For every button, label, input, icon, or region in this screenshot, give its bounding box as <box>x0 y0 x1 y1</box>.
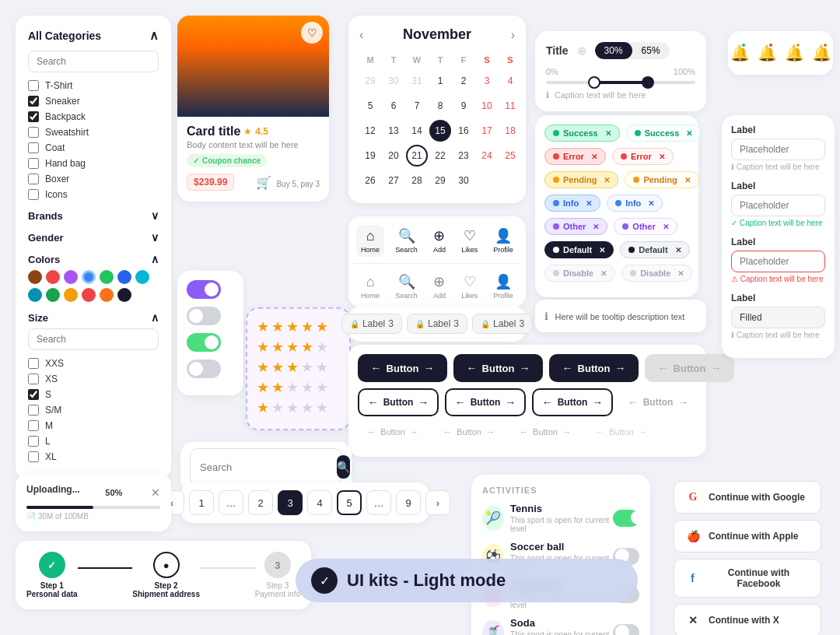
color-dot-orange[interactable] <box>100 288 114 302</box>
btn-text-3[interactable]: ←Button→ <box>510 423 580 441</box>
brands-collapse-icon[interactable]: ∨ <box>151 209 159 222</box>
size-search-input[interactable] <box>28 328 159 350</box>
nav-profile[interactable]: 👤 Profile <box>488 224 518 257</box>
checkbox-sm[interactable]: S/M <box>28 405 159 416</box>
star-3e[interactable]: ★ <box>286 399 299 416</box>
search-submit-button[interactable]: 🔍 <box>337 455 350 479</box>
btn-outline-3[interactable]: ← Button → <box>532 388 613 416</box>
color-dot-brown[interactable] <box>28 270 42 284</box>
star-1[interactable]: ★ <box>257 318 269 335</box>
star-5c[interactable]: ★ <box>316 359 328 376</box>
nav2-search[interactable]: 🔍 Search <box>390 270 422 303</box>
badge-pending-close[interactable]: ✕ <box>604 176 610 184</box>
star-2e[interactable]: ★ <box>271 399 284 416</box>
search-main-input[interactable] <box>200 461 331 473</box>
checkbox-s[interactable]: S <box>28 389 159 400</box>
btn-dark-1[interactable]: ← Button → <box>358 354 447 382</box>
star-1e[interactable]: ★ <box>257 399 269 416</box>
color-dot-purple[interactable] <box>64 270 78 284</box>
badge-default-close[interactable]: ✕ <box>599 246 605 254</box>
btn-text-2[interactable]: ←Button→ <box>434 423 504 441</box>
calendar-prev-button[interactable]: ‹ <box>359 28 363 42</box>
cal-day-20[interactable]: 20 <box>383 145 404 167</box>
cal-day-19[interactable]: 19 <box>359 145 381 167</box>
cal-day-22[interactable]: 22 <box>429 145 451 167</box>
star-2[interactable]: ★ <box>271 318 284 335</box>
star-5d[interactable]: ★ <box>316 379 328 396</box>
checkbox-boxer[interactable]: Boxer <box>28 174 159 184</box>
star-3d[interactable]: ★ <box>286 379 299 396</box>
cal-day-11[interactable]: 11 <box>499 95 521 117</box>
star-4e[interactable]: ★ <box>301 399 313 416</box>
badge-success-close-2[interactable]: ✕ <box>686 129 692 138</box>
gender-collapse-icon[interactable]: ∨ <box>151 231 159 244</box>
google-login-button[interactable]: G Continue with Google <box>674 481 821 514</box>
page-3-button[interactable]: 3 <box>278 490 303 515</box>
cal-day-26[interactable]: 26 <box>359 170 381 191</box>
page-1-button[interactable]: 1 <box>189 490 214 515</box>
cal-day-21[interactable]: 21 <box>406 145 428 167</box>
btn-text-4[interactable]: ←Button→ <box>586 423 656 441</box>
color-dot-black[interactable] <box>117 288 131 302</box>
nav2-profile[interactable]: 👤 Profile <box>488 270 518 303</box>
badge-success-close[interactable]: ✕ <box>605 129 611 138</box>
form-input-3[interactable] <box>731 251 825 272</box>
star-1c[interactable]: ★ <box>257 359 269 376</box>
star-4c[interactable]: ★ <box>301 359 313 376</box>
cal-day-30b[interactable]: 30 <box>453 170 474 191</box>
form-input-2[interactable] <box>731 195 825 216</box>
bell-2[interactable]: 🔔 <box>758 39 777 67</box>
star-4d[interactable]: ★ <box>301 379 313 396</box>
facebook-login-button[interactable]: f Continue with Facebook <box>674 559 821 598</box>
page-5-button[interactable]: 5 <box>337 490 362 515</box>
badge-pending-2[interactable]: Pending ✕ <box>625 171 698 188</box>
badge-default-2[interactable]: Default ✕ <box>620 241 689 258</box>
label-chip-1[interactable]: 🔒 Label 3 <box>341 314 402 334</box>
bell-1[interactable]: 🔔 <box>730 39 750 67</box>
color-dot-darkblue[interactable] <box>117 270 131 284</box>
toggle-switch-3[interactable] <box>187 333 221 352</box>
cal-day-6[interactable]: 6 <box>383 95 404 117</box>
colors-collapse-icon[interactable]: ∧ <box>151 253 159 265</box>
color-dot-green[interactable] <box>100 270 114 284</box>
checkbox-icons[interactable]: Icons <box>28 189 159 200</box>
bell-4[interactable]: 🔔 <box>812 39 831 67</box>
cal-day-10[interactable]: 10 <box>476 95 498 117</box>
badge-error-close-2[interactable]: ✕ <box>659 153 665 161</box>
btn-dark-3[interactable]: ← Button → <box>549 354 639 382</box>
cal-day-29[interactable]: 29 <box>359 70 381 92</box>
form-input-1[interactable] <box>731 139 825 160</box>
badge-info-2[interactable]: Info ✕ <box>607 195 663 212</box>
cal-day-1[interactable]: 1 <box>429 70 451 92</box>
star-1d[interactable]: ★ <box>257 379 269 396</box>
badge-info-close[interactable]: ✕ <box>586 199 592 208</box>
btn-text-1[interactable]: ←Button→ <box>358 423 428 441</box>
star-3[interactable]: ★ <box>286 318 299 335</box>
cal-day-29b[interactable]: 29 <box>429 170 451 191</box>
nav2-add[interactable]: ⊕ Add <box>429 270 450 303</box>
cal-day-31[interactable]: 31 <box>406 70 428 92</box>
checkbox-coat[interactable]: Coat <box>28 142 159 153</box>
badge-other-1[interactable]: Other ✕ <box>544 218 607 235</box>
toggle-option-2[interactable]: 65% <box>632 42 670 59</box>
cal-day-23[interactable]: 23 <box>453 145 474 167</box>
star-5b[interactable]: ★ <box>316 339 328 356</box>
tennis-toggle[interactable] <box>613 510 639 527</box>
color-dot-red2[interactable] <box>82 288 96 302</box>
btn-outline-2[interactable]: ← Button → <box>445 388 526 416</box>
size-collapse-icon[interactable]: ∧ <box>151 311 159 324</box>
toggle-switch-4[interactable] <box>187 360 221 378</box>
cal-day-12[interactable]: 12 <box>359 120 381 142</box>
color-dot-yellow[interactable] <box>64 288 78 302</box>
cal-day-27[interactable]: 27 <box>383 170 404 191</box>
wishlist-button[interactable]: ♡ <box>301 22 323 44</box>
badge-error-2[interactable]: Error ✕ <box>612 148 674 165</box>
bell-3[interactable]: 🔔 <box>785 39 804 67</box>
star-2b[interactable]: ★ <box>271 339 284 356</box>
calendar-next-button[interactable]: › <box>511 28 515 42</box>
cal-day-15-today[interactable]: 15 <box>429 120 451 142</box>
badge-default-close-2[interactable]: ✕ <box>675 246 681 254</box>
nav2-likes[interactable]: ♡ Likes <box>457 270 482 303</box>
checkbox-xxs[interactable]: XXS <box>28 358 159 369</box>
x-login-button[interactable]: ✕ Continue with X <box>674 604 821 635</box>
